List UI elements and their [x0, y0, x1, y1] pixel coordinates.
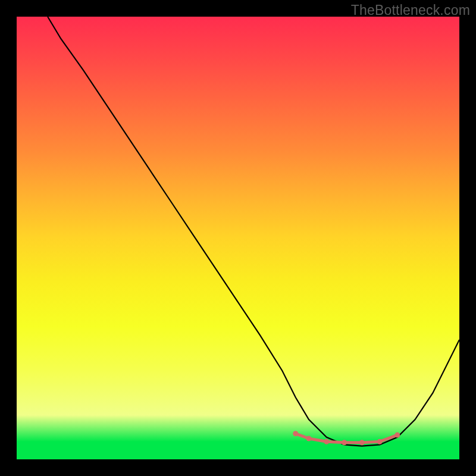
plot-area	[17, 17, 459, 459]
highlight-dot	[377, 439, 383, 444]
highlight-dot	[394, 433, 400, 438]
highlight-dot	[359, 440, 365, 445]
highlight-dot	[293, 431, 298, 436]
highlight-dot	[306, 436, 312, 441]
bottleneck-curve	[48, 17, 459, 446]
highlight-dot	[324, 439, 329, 444]
chart-frame: TheBottleneck.com	[0, 0, 476, 476]
chart-svg	[17, 17, 459, 459]
watermark-text: TheBottleneck.com	[351, 2, 470, 18]
highlight-dot	[342, 440, 347, 445]
